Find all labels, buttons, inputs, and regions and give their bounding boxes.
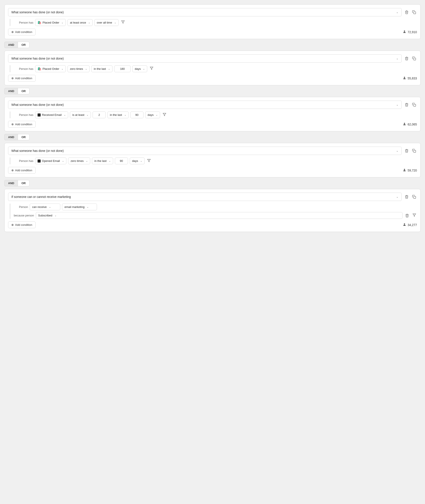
delete-button-4[interactable] bbox=[404, 148, 410, 154]
block-header-5: If someone can or cannot receive marketi… bbox=[8, 193, 417, 201]
or-button-2[interactable]: OR bbox=[18, 88, 29, 94]
filter-button-2-0[interactable] bbox=[149, 66, 154, 72]
frequency-chevron-2-0: ⌄ bbox=[85, 67, 87, 70]
frequency-select-4-0[interactable]: zero times ⌄ bbox=[68, 157, 90, 164]
svg-rect-12 bbox=[414, 196, 416, 199]
copy-button-4[interactable] bbox=[411, 148, 417, 154]
count-display-3: 62,065 bbox=[403, 122, 417, 127]
block-header-1: What someone has done (or not done) ⌄ bbox=[8, 8, 417, 16]
block-actions-1 bbox=[404, 9, 417, 15]
or-button-3[interactable]: OR bbox=[18, 134, 29, 140]
marketing-type-select[interactable]: email marketing ⌄ bbox=[62, 204, 97, 210]
delete-sub-condition-5[interactable] bbox=[404, 213, 410, 218]
and-button-3[interactable]: AND bbox=[4, 134, 18, 140]
add-condition-button-2[interactable]: ⊕ Add condition bbox=[8, 75, 36, 82]
block-title-select-2[interactable]: What someone has done (or not done) ⌄ bbox=[8, 54, 402, 63]
email-icon-4-0 bbox=[38, 160, 41, 162]
frequency-chevron-4-0: ⌄ bbox=[86, 160, 88, 162]
plus-icon-3: ⊕ bbox=[11, 123, 14, 126]
block-footer-3: ⊕ Add condition 62,065 bbox=[8, 121, 417, 128]
svg-rect-6 bbox=[414, 104, 416, 106]
sub-block-3: Person has Received Email ⌄ is at least … bbox=[10, 111, 417, 118]
svg-marker-4 bbox=[150, 67, 153, 70]
count-display-4: 59,720 bbox=[403, 168, 417, 173]
svg-marker-1 bbox=[121, 21, 124, 23]
block-title-select-4[interactable]: What someone has done (or not done) ⌄ bbox=[8, 147, 402, 155]
timeframe-select-4-0[interactable]: in the last ⌄ bbox=[92, 157, 113, 164]
number-input-3-0[interactable] bbox=[130, 111, 144, 118]
block-title-select-1[interactable]: What someone has done (or not done) ⌄ bbox=[8, 8, 402, 16]
copy-button-1[interactable] bbox=[411, 9, 417, 15]
and-button-4[interactable]: AND bbox=[4, 180, 18, 186]
person-label-3-0: Person has bbox=[19, 113, 33, 116]
sub-block-1: Person has 🛍️ Placed Order ⌄ at least on… bbox=[10, 19, 417, 26]
sub-condition-row-5: because person Subscribed ⌄ bbox=[14, 212, 417, 219]
copy-button-3[interactable] bbox=[411, 102, 417, 108]
marketing-type-text: email marketing bbox=[64, 205, 85, 209]
delete-button-1[interactable] bbox=[404, 9, 410, 15]
subscribed-select[interactable]: Subscribed ⌄ bbox=[36, 212, 403, 219]
action-select-2-0[interactable]: 🛍️ Placed Order ⌄ bbox=[35, 65, 66, 72]
or-button-4[interactable]: OR bbox=[18, 180, 29, 186]
block-actions-3 bbox=[404, 102, 417, 108]
action-select-4-0[interactable]: Opened Email ⌄ bbox=[35, 157, 66, 164]
block-title-chevron-1: ⌄ bbox=[396, 11, 398, 14]
add-condition-button-1[interactable]: ⊕ Add condition bbox=[8, 29, 36, 35]
action-select-1-0[interactable]: 🛍️ Placed Order ⌄ bbox=[35, 19, 66, 26]
timeframe-select-1-0[interactable]: over all time ⌄ bbox=[94, 19, 119, 26]
days-text-3-0: days bbox=[148, 113, 153, 116]
condition-row-2-0: Person has 🛍️ Placed Order ⌄ zero times … bbox=[19, 65, 417, 72]
add-condition-button-3[interactable]: ⊕ Add condition bbox=[8, 121, 36, 128]
count-value-2: 55,833 bbox=[407, 77, 417, 80]
svg-point-8 bbox=[404, 123, 405, 124]
add-condition-label-4: Add condition bbox=[15, 169, 32, 172]
delete-button-5[interactable] bbox=[404, 194, 410, 200]
and-button-2[interactable]: AND bbox=[4, 88, 18, 94]
count-icon-2 bbox=[403, 76, 406, 80]
svg-marker-10 bbox=[148, 159, 151, 162]
svg-point-5 bbox=[404, 77, 405, 78]
condition-row-4-0: Person has Opened Email ⌄ zero times ⌄ i… bbox=[19, 157, 417, 164]
svg-marker-13 bbox=[413, 214, 416, 216]
delete-button-2[interactable] bbox=[404, 56, 410, 61]
days-select-4-0[interactable]: days ⌄ bbox=[130, 157, 145, 164]
frequency-select-2-0[interactable]: zero times ⌄ bbox=[67, 65, 90, 72]
and-button-1[interactable]: AND bbox=[4, 42, 18, 48]
can-receive-select[interactable]: can receive ⌄ bbox=[30, 204, 60, 210]
svg-marker-7 bbox=[163, 113, 166, 116]
block-actions-4 bbox=[404, 148, 417, 154]
copy-button-2[interactable] bbox=[411, 56, 417, 61]
svg-rect-9 bbox=[414, 150, 416, 153]
action-select-3-0[interactable]: Received Email ⌄ bbox=[35, 111, 68, 118]
filter-button-1-0[interactable] bbox=[120, 19, 126, 26]
days-select-2-0[interactable]: days ⌄ bbox=[132, 65, 147, 72]
days-select-3-0[interactable]: days ⌄ bbox=[145, 111, 160, 118]
action-chevron-3-0: ⌄ bbox=[64, 113, 66, 116]
timeframe-select-2-0[interactable]: in the last ⌄ bbox=[91, 65, 113, 72]
count-icon-4 bbox=[403, 168, 406, 173]
add-condition-label-2: Add condition bbox=[15, 77, 32, 80]
frequency-select-3-0[interactable]: is at least ⌄ bbox=[70, 111, 91, 118]
count-display-2: 55,833 bbox=[403, 76, 417, 80]
filter-sub-condition-5[interactable] bbox=[412, 213, 417, 219]
filter-button-3-0[interactable] bbox=[162, 112, 167, 118]
condition-block-4: What someone has done (or not done) ⌄ Pe… bbox=[4, 143, 421, 177]
block-title-select-5[interactable]: If someone can or cannot receive marketi… bbox=[8, 193, 402, 201]
filter-button-4-0[interactable] bbox=[146, 158, 152, 164]
add-condition-button-4[interactable]: ⊕ Add condition bbox=[8, 167, 36, 174]
timeframe-select-3-0[interactable]: in the last ⌄ bbox=[107, 111, 129, 118]
delete-button-3[interactable] bbox=[404, 102, 410, 108]
or-button-1[interactable]: OR bbox=[18, 42, 29, 48]
block-actions-5 bbox=[404, 194, 417, 200]
count-value-3: 62,065 bbox=[407, 123, 417, 126]
number-input-2-0[interactable] bbox=[114, 65, 131, 72]
action-text-2-0: Placed Order bbox=[43, 67, 60, 71]
block-title-select-3[interactable]: What someone has done (or not done) ⌄ bbox=[8, 101, 402, 109]
block-title-chevron-5: ⌄ bbox=[396, 195, 398, 198]
copy-button-5[interactable] bbox=[411, 194, 417, 200]
number-input-4-0[interactable] bbox=[115, 157, 128, 164]
add-condition-button-5[interactable]: ⊕ Add condition bbox=[8, 221, 36, 228]
shopify-icon-2-0: 🛍️ bbox=[38, 67, 41, 71]
count-input-3-0[interactable] bbox=[93, 111, 106, 118]
frequency-select-1-0[interactable]: at least once ⌄ bbox=[67, 19, 93, 26]
